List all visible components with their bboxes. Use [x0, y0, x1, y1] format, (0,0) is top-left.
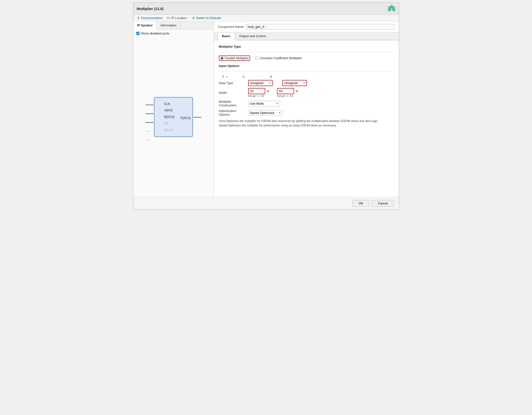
parallel-multiplier-option[interactable]: Parallel Multiplier — [219, 56, 250, 61]
tab-ip-symbol[interactable]: IP Symbol — [133, 22, 157, 30]
width-label: Width — [219, 91, 246, 95]
ip-location-label: IP Location — [171, 16, 187, 20]
main-content: IP Symbol Information Show disabled port… — [133, 22, 399, 197]
width-b-group: ✕ Range: 1...64 — [277, 88, 298, 97]
p-eq-p: P = — [222, 75, 228, 79]
width-a-input[interactable] — [248, 88, 265, 94]
width-row: Width ✕ Range: 1...64 ✕ — [219, 88, 394, 97]
tab-basic[interactable]: Basic — [218, 32, 235, 40]
desc-speed: Speed:Optimizes the multiplier for perfo… — [219, 123, 394, 128]
port-clk: CLK — [164, 101, 175, 107]
logo-icon — [388, 5, 395, 12]
port-a: A[9:0] — [164, 107, 175, 113]
optimization-options-wrapper: Speed Optimized Area Optimized — [248, 110, 282, 116]
tab-output-control[interactable]: Output and Control — [235, 32, 270, 40]
sclr-wire — [146, 140, 149, 140]
parallel-radio[interactable] — [220, 56, 224, 60]
left-connectors — [146, 101, 153, 145]
tab-content: Multiplier Type Parallel Multiplier Cons… — [214, 40, 399, 197]
data-type-a-select[interactable]: Unsigned Signed — [248, 80, 273, 86]
parallel-radio-box: Parallel Multiplier — [219, 56, 250, 61]
window-title: Multiplier (12.0) — [137, 7, 164, 11]
port-p: P[25:0] — [181, 116, 191, 120]
b-connector — [146, 118, 153, 127]
footer-buttons: OK Cancel — [133, 197, 399, 210]
data-type-row: Data Type Unsigned Signed Unsigned Sign — [219, 80, 394, 86]
folder-icon: 🗀 — [167, 16, 170, 20]
constant-radio[interactable] — [255, 56, 258, 60]
toolbar: ℹ Documentation 🗀 IP Location ↺ Switch t… — [133, 15, 399, 22]
optimization-options-row: Optimization Options Speed Optimized Are… — [219, 109, 394, 116]
multiplier-type-title: Multiplier Type — [219, 45, 394, 48]
optimization-options-label: Optimization Options — [219, 109, 246, 116]
left-tabs: IP Symbol Information — [133, 22, 214, 30]
mult-construction-wrapper: Use Mults Use LUTs Use Auto — [248, 101, 280, 106]
cancel-button[interactable]: Cancel — [372, 200, 394, 207]
clk-connector — [146, 101, 153, 109]
width-a-input-row: ✕ — [248, 88, 270, 94]
port-b: B[15:0] — [164, 114, 175, 120]
input-options-section: Input Options P = A · B Data Type — [219, 64, 394, 97]
comp-name-input[interactable] — [246, 24, 395, 30]
switch-defaults-label: Switch to Defaults — [196, 16, 221, 20]
data-type-label: Data Type — [219, 81, 246, 85]
data-type-a-wrapper: Unsigned Signed — [248, 80, 273, 86]
switch-defaults-link[interactable]: ↺ Switch to Defaults — [192, 16, 221, 20]
ip-location-link[interactable]: 🗀 IP Location — [167, 16, 187, 20]
tab-information[interactable]: Information — [157, 22, 181, 29]
mult-construction-row: Multiplier Construction Use Mults Use LU… — [219, 100, 394, 107]
ip-block-wrapper: CLK A[9:0] B[15:0] CE — [154, 97, 193, 137]
mult-construction-select[interactable]: Use Mults Use LUTs Use Auto — [248, 101, 280, 106]
title-bar: Multiplier (12.0) — [133, 3, 399, 15]
p-equation-row: P = A · B — [222, 75, 394, 79]
data-type-b-select[interactable]: Unsigned Signed — [282, 80, 307, 86]
comp-name-row: Component Name — [214, 22, 399, 32]
right-panel: Component Name Basic Output and Control … — [214, 22, 399, 197]
desc-area: Area:Optimizes the multiplier for DSP48 … — [219, 119, 394, 123]
clk-wire — [146, 105, 153, 105]
right-tabs: Basic Output and Control — [214, 32, 399, 40]
ok-button[interactable]: OK — [352, 200, 369, 207]
sclr-connector — [146, 136, 153, 145]
divider-2 — [219, 71, 394, 71]
input-options-title: Input Options — [219, 64, 394, 68]
width-b-input-row: ✕ — [277, 88, 298, 94]
show-disabled-label[interactable]: Show disabled ports — [141, 32, 170, 35]
divider-1 — [219, 52, 394, 52]
a-wire — [146, 113, 153, 114]
ip-symbol-area: CLK A[9:0] B[15:0] CE — [133, 37, 214, 197]
p-wire — [193, 117, 201, 117]
a-connector — [146, 109, 153, 118]
width-a-clear[interactable]: ✕ — [267, 89, 270, 93]
ce-wire — [146, 131, 149, 132]
p-connector — [193, 117, 201, 117]
width-b-input[interactable] — [277, 88, 294, 94]
main-window: Multiplier (12.0) ℹ Documentation 🗀 IP L… — [133, 2, 399, 210]
width-a-group: ✕ Range: 1...64 — [248, 88, 270, 97]
refresh-icon: ↺ — [192, 16, 195, 20]
width-a-range: Range: 1...64 — [248, 94, 270, 97]
show-disabled-checkbox[interactable] — [136, 32, 139, 35]
comp-name-label: Component Name — [218, 25, 244, 29]
constant-multiplier-option[interactable]: Constant Coefficient Multiplier — [255, 56, 302, 60]
ce-connector — [146, 127, 153, 136]
show-disabled-row: Show disabled ports — [133, 30, 214, 37]
p-eq-dot: · — [257, 75, 258, 79]
ip-block: CLK A[9:0] B[15:0] CE — [154, 97, 193, 137]
data-type-b-wrapper: Unsigned Signed — [282, 80, 307, 86]
width-b-range: Range: 1...64 — [277, 94, 298, 97]
documentation-label: Documentation — [141, 16, 162, 20]
port-sclr: SCLR — [164, 127, 175, 133]
info-icon: ℹ — [137, 16, 140, 20]
port-ce: CE — [164, 121, 175, 127]
multiplier-type-options: Parallel Multiplier Constant Coefficient… — [219, 56, 394, 61]
width-b-clear[interactable]: ✕ — [296, 89, 298, 93]
description-text: Area:Optimizes the multiplier for DSP48 … — [219, 119, 394, 128]
mult-construction-label: Multiplier Construction — [219, 100, 246, 107]
optimization-options-select[interactable]: Speed Optimized Area Optimized — [248, 110, 282, 116]
left-panel: IP Symbol Information Show disabled port… — [133, 22, 214, 197]
multiplier-type-section: Multiplier Type Parallel Multiplier Cons… — [219, 45, 394, 61]
documentation-link[interactable]: ℹ Documentation — [137, 16, 162, 20]
b-wire — [146, 122, 153, 123]
p-eq-a: A — [243, 75, 245, 79]
